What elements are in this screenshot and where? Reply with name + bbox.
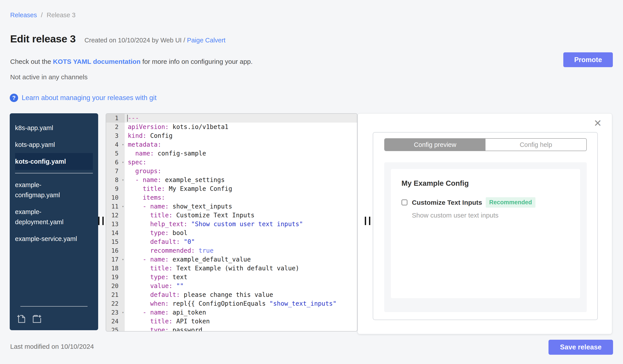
code-line-12[interactable]: 12 title: Customize Text Inputs	[106, 211, 357, 220]
line-number: 12	[106, 211, 125, 220]
save-release-button[interactable]: Save release	[549, 340, 613, 355]
kots-yaml-docs-link[interactable]: KOTS YAML documentation	[53, 58, 140, 65]
config-preview-panel: ✕ Config previewConfig help My Example C…	[357, 113, 612, 334]
code-line-10[interactable]: 10 items:	[106, 193, 357, 202]
config-item-help-text: Show custom user text inputs	[401, 212, 570, 219]
file-name-label: kots-config.yaml	[15, 156, 66, 166]
line-number: 15	[106, 237, 125, 246]
breadcrumb: Releases / Release 3	[10, 12, 76, 19]
title-row: Edit release 3 Created on 10/10/2024 by …	[10, 33, 225, 45]
code-line-15[interactable]: 15 default: "0"	[106, 237, 357, 246]
config-card: My Example Config Customize Text Inputs …	[391, 169, 580, 298]
breadcrumb-releases-link[interactable]: Releases	[10, 12, 37, 19]
code-text: title: Text Example (with default value)	[125, 264, 357, 273]
line-number: 3	[106, 131, 125, 140]
git-releases-link[interactable]: Learn about managing your releases with …	[22, 94, 156, 102]
code-line-13[interactable]: 13 help_text: "Show custom user text inp…	[106, 220, 357, 229]
code-line-14[interactable]: 14 type: bool	[106, 229, 357, 237]
pane-resize-handle-right[interactable]	[365, 217, 370, 225]
code-line-6[interactable]: 6▾spec:	[106, 158, 357, 167]
file-name-label: example-service.yaml	[15, 234, 77, 244]
line-number: 17▾	[106, 255, 125, 264]
line-number: 7	[106, 167, 125, 176]
code-text: type: bool	[125, 229, 357, 237]
config-tab-group: Config previewConfig help	[384, 138, 587, 151]
code-line-3[interactable]: 3kind: Config	[106, 131, 357, 140]
add-folder-icon	[31, 321, 43, 324]
yaml-code-editor[interactable]: 1---2apiVersion: kots.io/v1beta13kind: C…	[106, 113, 357, 332]
add-folder-button[interactable]	[31, 314, 43, 324]
created-text: Created on 10/10/2024 by Web UI /	[85, 37, 185, 44]
file-name-label: kots-app.yaml	[15, 140, 55, 150]
code-line-21[interactable]: 21 default: please change this value	[106, 290, 357, 299]
code-line-8[interactable]: 8▾ - name: example_settings	[106, 176, 357, 184]
file-item-example-service.yaml[interactable]: example-service.yaml	[15, 230, 93, 247]
promote-button[interactable]: Promote	[563, 52, 613, 67]
file-item-example-configmap.yaml[interactable]: example-configmap.yaml	[15, 177, 93, 203]
code-text: - name: example_settings	[125, 176, 357, 184]
close-icon[interactable]: ✕	[594, 118, 602, 128]
code-line-4[interactable]: 4▾metadata:	[106, 140, 357, 149]
fold-arrow-icon[interactable]: ▾	[122, 202, 124, 211]
code-text: metadata:	[125, 140, 357, 149]
line-number: 14	[106, 229, 125, 237]
breadcrumb-current: Release 3	[47, 12, 76, 19]
code-line-16[interactable]: 16 recommended: true	[106, 246, 357, 255]
text-cursor	[127, 115, 128, 122]
file-item-kots-app.yaml[interactable]: kots-app.yaml	[15, 136, 93, 153]
fold-arrow-icon[interactable]: ▾	[122, 140, 124, 149]
line-number: 19	[106, 273, 125, 282]
code-line-24[interactable]: 24 title: API token	[106, 317, 357, 326]
code-text: groups:	[125, 167, 357, 176]
channel-status: Not active in any channels	[10, 73, 88, 81]
line-number: 25	[106, 326, 125, 332]
config-inner-panel: Config previewConfig help My Example Con…	[373, 132, 598, 320]
code-text: - name: api_token	[125, 308, 357, 317]
line-number: 5	[106, 149, 125, 158]
code-line-20[interactable]: 20 value: ""	[106, 282, 357, 290]
breadcrumb-separator: /	[41, 12, 43, 19]
fold-arrow-icon[interactable]: ▾	[122, 308, 124, 317]
code-text: kind: Config	[125, 131, 357, 140]
add-file-button[interactable]	[16, 314, 26, 324]
file-item-example-deployment.yaml[interactable]: example-deployment.yaml	[15, 203, 93, 230]
code-line-18[interactable]: 18 title: Text Example (with default val…	[106, 264, 357, 273]
file-tree-footer	[15, 303, 93, 330]
fold-arrow-icon[interactable]: ▾	[122, 255, 124, 264]
code-text: ---	[125, 114, 357, 122]
file-item-kots-config.yaml[interactable]: kots-config.yaml	[15, 153, 93, 170]
code-line-7[interactable]: 7 groups:	[106, 167, 357, 176]
tab-config-preview[interactable]: Config preview	[385, 139, 486, 151]
code-line-1[interactable]: 1---	[106, 114, 357, 122]
code-line-17[interactable]: 17▾ - name: example_default_value	[106, 255, 357, 264]
code-text: title: Customize Text Inputs	[125, 211, 357, 220]
code-line-19[interactable]: 19 type: text	[106, 273, 357, 282]
config-item-checkbox[interactable]	[401, 200, 407, 205]
code-line-11[interactable]: 11▾ - name: show_text_inputs	[106, 202, 357, 211]
tab-config-help[interactable]: Config help	[486, 139, 586, 151]
pane-resize-handle-left[interactable]	[98, 217, 104, 225]
code-text: items:	[125, 193, 357, 202]
editor-lines: 1---2apiVersion: kots.io/v1beta13kind: C…	[106, 114, 357, 332]
line-number: 23▾	[106, 308, 125, 317]
code-line-9[interactable]: 9 title: My Example Config	[106, 184, 357, 193]
line-number: 1	[106, 114, 125, 122]
line-number: 10	[106, 193, 125, 202]
code-line-5[interactable]: 5 name: config-sample	[106, 149, 357, 158]
fold-arrow-icon[interactable]: ▾	[122, 176, 124, 184]
created-by-user-link[interactable]: Paige Calvert	[187, 37, 225, 44]
line-number: 11▾	[106, 202, 125, 211]
file-name-label: k8s-app.yaml	[15, 123, 53, 133]
config-preview-area: My Example Config Customize Text Inputs …	[384, 162, 587, 312]
line-number: 8▾	[106, 176, 125, 184]
code-line-2[interactable]: 2apiVersion: kots.io/v1beta1	[106, 122, 357, 131]
line-number: 20	[106, 282, 125, 290]
line-number: 21	[106, 290, 125, 299]
code-line-23[interactable]: 23▾ - name: api_token	[106, 308, 357, 317]
code-text: - name: show_text_inputs	[125, 202, 357, 211]
code-line-22[interactable]: 22 when: repl{{ ConfigOptionEquals "show…	[106, 299, 357, 308]
fold-arrow-icon[interactable]: ▾	[122, 158, 124, 167]
file-item-k8s-app.yaml[interactable]: k8s-app.yaml	[15, 120, 93, 136]
docs-line: Check out the KOTS YAML documentation fo…	[10, 58, 253, 65]
code-line-25[interactable]: 25 type: password	[106, 326, 357, 332]
